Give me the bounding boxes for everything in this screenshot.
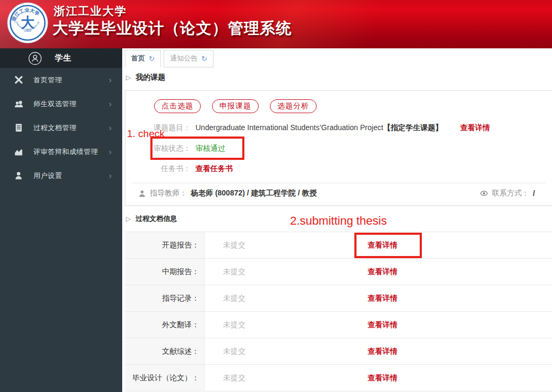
- table-row-foreign-translation: 外文翻译： 未提交 查看详情: [125, 312, 552, 338]
- eye-icon: [480, 190, 488, 197]
- task-book-row: 任务书： 查看任务书: [125, 164, 233, 174]
- row-status: 未提交: [205, 241, 337, 250]
- sidebar-item-home-management[interactable]: 首页管理 ›: [0, 68, 122, 92]
- section-header-process-documents: ▷ 过程文档信息: [126, 214, 177, 224]
- sidebar-menu: 首页管理 › 师生双选管理 › 过程文档管理 ›: [0, 68, 122, 188]
- topic-title-tag: 【指定学生课题】: [383, 123, 443, 132]
- sidebar-item-label: 评审答辩和成绩管理: [33, 147, 109, 157]
- topic-analysis-button[interactable]: 选题分析: [270, 99, 317, 113]
- section-title: 过程文档信息: [135, 214, 177, 224]
- task-book-label: 任务书：: [125, 164, 191, 174]
- contact-label: 联系方式：: [492, 189, 529, 198]
- row-status: 未提交: [205, 320, 337, 330]
- table-row-graduation-thesis: 毕业设计（论文）： 未提交 查看详情: [125, 365, 552, 391]
- document-icon: [14, 123, 24, 132]
- triangle-collapse-icon[interactable]: ▷: [126, 74, 131, 81]
- chevron-right-icon: ›: [109, 76, 112, 84]
- sidebar-item-teacher-student-selection[interactable]: 师生双选管理 ›: [0, 92, 122, 116]
- row-status: 未提交: [205, 267, 337, 277]
- row-label: 文献综述：: [125, 338, 205, 364]
- sidebar: 学生 首页管理 › 师生双选管理 › 过程文档管理: [0, 48, 122, 392]
- row-label: 毕业设计（论文）：: [125, 365, 205, 391]
- declare-topic-button[interactable]: 申报课题: [212, 99, 259, 113]
- tab-label: 通知公告: [170, 54, 198, 63]
- advisor-value: 杨老师 (800872) / 建筑工程学院 / 教授: [191, 189, 317, 198]
- sidebar-item-label: 首页管理: [33, 75, 109, 85]
- sidebar-item-label: 师生双选管理: [33, 99, 109, 109]
- row-status: 未提交: [205, 347, 337, 356]
- tab-bar: 首页 ↻ 通知公告 ↻: [125, 50, 216, 67]
- annotation-box-detail-link: [354, 233, 422, 258]
- topic-title-value: Undergraduate International Students’Gra…: [196, 123, 443, 133]
- row-status: 未提交: [205, 373, 337, 383]
- sidebar-item-process-documents[interactable]: 过程文档管理 ›: [0, 116, 122, 140]
- row-label: 中期报告：: [125, 259, 205, 285]
- university-logo: 浙江工业大学 ZHEJIANG UNIVERSITY OF TECHNOLOGY…: [7, 2, 48, 44]
- annotation-box-review-status: [150, 137, 244, 160]
- topic-title-row: 课题题目： Undergraduate International Studen…: [125, 123, 490, 133]
- topic-actions: 点击选题 申报课题 选题分析: [154, 99, 317, 113]
- system-title: 大学生毕业设计（论文）管理系统: [53, 18, 292, 39]
- table-row-guidance-records: 指导记录： 未提交 查看详情: [125, 285, 552, 312]
- users-icon: [14, 99, 24, 108]
- row-label: 开题报告：: [125, 232, 205, 258]
- annotation-step1-text: 1. check: [127, 128, 165, 140]
- sidebar-role-label: 学生: [55, 53, 72, 63]
- refresh-icon[interactable]: ↻: [201, 55, 207, 63]
- sidebar-item-review-defense-grades[interactable]: 评审答辩和成绩管理 ›: [0, 140, 122, 164]
- table-row-literature-review: 文献综述： 未提交 查看详情: [125, 338, 552, 365]
- table-row-midterm-report: 中期报告： 未提交 查看详情: [125, 259, 552, 285]
- chevron-right-icon: ›: [109, 100, 112, 108]
- row-detail-link[interactable]: 查看详情: [337, 373, 428, 383]
- topic-detail-link[interactable]: 查看详情: [460, 123, 490, 133]
- row-detail-link[interactable]: 查看详情: [337, 320, 428, 330]
- user-icon: [14, 171, 24, 180]
- university-name: 浙江工业大学: [54, 4, 127, 19]
- chevron-right-icon: ›: [109, 148, 112, 156]
- sidebar-item-label: 用户设置: [33, 171, 109, 181]
- contact-row: 联系方式： /: [480, 189, 535, 198]
- tab-label: 首页: [131, 54, 145, 63]
- contact-value: /: [533, 189, 535, 198]
- topic-title-text: Undergraduate International Students’Gra…: [196, 123, 383, 132]
- logo-center-glyph: 大: [21, 14, 35, 30]
- tab-notices[interactable]: 通知公告 ↻: [164, 50, 214, 67]
- section-header-my-topic: ▷ 我的课题: [126, 73, 165, 82]
- advisor-label: 指导教师：: [150, 189, 187, 198]
- sidebar-role-header: 学生: [0, 48, 122, 68]
- row-detail-link[interactable]: 查看详情: [337, 347, 428, 356]
- chevron-right-icon: ›: [109, 124, 112, 132]
- chart-icon: [14, 147, 24, 156]
- advisor-row: 指导教师： 杨老师 (800872) / 建筑工程学院 / 教授: [138, 189, 317, 198]
- chevron-right-icon: ›: [109, 172, 112, 180]
- process-documents-table: 开题报告： 未提交 查看详情 中期报告： 未提交 查看详情 指导记录： 未提交 …: [125, 232, 552, 391]
- annotation-step2-text: 2.submitting thesis: [290, 214, 387, 228]
- row-label: 指导记录：: [125, 285, 205, 311]
- logo-year: 1953: [24, 29, 31, 32]
- person-icon: [138, 190, 146, 198]
- tab-home[interactable]: 首页 ↻: [125, 50, 161, 67]
- profile-circle-icon: [28, 52, 42, 65]
- row-detail-link[interactable]: 查看详情: [337, 267, 428, 277]
- app-header: 浙江工业大学 ZHEJIANG UNIVERSITY OF TECHNOLOGY…: [0, 0, 552, 48]
- table-row-opening-report: 开题报告： 未提交 查看详情: [125, 232, 552, 259]
- select-topic-button[interactable]: 点击选题: [154, 99, 201, 113]
- section-title: 我的课题: [135, 73, 165, 82]
- app-screen: 浙江工业大学 ZHEJIANG UNIVERSITY OF TECHNOLOGY…: [0, 0, 552, 392]
- row-status: 未提交: [205, 294, 337, 303]
- sidebar-item-user-settings[interactable]: 用户设置 ›: [0, 164, 122, 188]
- refresh-icon[interactable]: ↻: [149, 55, 155, 63]
- panel-divider: [132, 183, 545, 183]
- row-label: 外文翻译：: [125, 312, 205, 338]
- university-logo-icon: 浙江工业大学 ZHEJIANG UNIVERSITY OF TECHNOLOGY…: [7, 2, 48, 44]
- task-book-link[interactable]: 查看任务书: [196, 164, 233, 174]
- row-detail-link[interactable]: 查看详情: [337, 294, 428, 303]
- sidebar-item-label: 过程文档管理: [33, 123, 109, 133]
- tools-icon: [14, 75, 24, 84]
- triangle-collapse-icon[interactable]: ▷: [126, 215, 131, 223]
